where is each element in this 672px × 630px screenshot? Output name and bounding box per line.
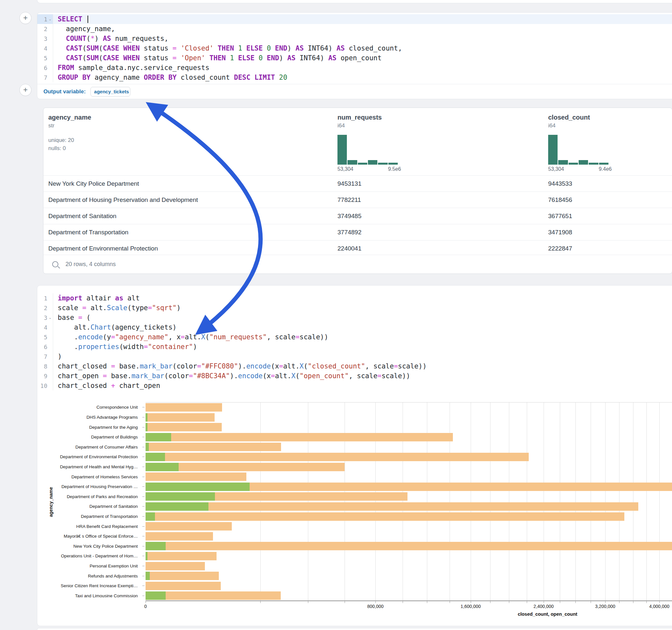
output-variable-pill[interactable]: agency_tickets: [91, 87, 130, 97]
bar-closed-count[interactable]: [146, 403, 222, 412]
bar-closed-count[interactable]: [146, 453, 529, 461]
bar-closed-count[interactable]: [146, 532, 213, 540]
bar-closed-count[interactable]: [146, 433, 453, 441]
table-row[interactable]: Department of Housing Preservation and D…: [44, 192, 672, 208]
bar-closed-count[interactable]: [146, 582, 221, 590]
token-txt: (: [82, 54, 87, 62]
bar-closed-count[interactable]: [146, 591, 281, 600]
bar-open-count[interactable]: [146, 512, 155, 521]
chart-x-tick: [591, 601, 591, 603]
code-line[interactable]: 6 .properties(width="container"): [37, 342, 672, 352]
token-txt: (: [99, 54, 103, 62]
bar-closed-count[interactable]: [146, 562, 205, 571]
code-line[interactable]: 1⌄SELECT: [37, 14, 672, 24]
code-line[interactable]: 2 agency_name,: [37, 24, 672, 34]
bar-closed-count[interactable]: [146, 572, 219, 580]
chart-y-label: Department of Environmental Protection: [60, 454, 138, 459]
collapse-chevron-icon[interactable]: ⌄: [47, 17, 53, 21]
bar-open-count[interactable]: [146, 483, 249, 491]
code-line[interactable]: 3⌄base = (: [37, 313, 672, 322]
bar-closed-count[interactable]: [146, 502, 638, 511]
token-kw: import: [58, 294, 82, 302]
token-kw: SUM: [87, 54, 99, 62]
code-text: GROUP BY agency_name ORDER BY closed_cou…: [53, 73, 672, 82]
table-row[interactable]: Department of Sanitation37494853677651: [44, 208, 672, 224]
collapse-chevron-icon[interactable]: ⌄: [47, 315, 53, 320]
chart-y-tick: [142, 457, 145, 457]
search-icon[interactable]: [52, 261, 58, 267]
chart-y-tick: [142, 566, 145, 566]
code-line[interactable]: 3 COUNT(*) AS num_requests,: [37, 34, 672, 43]
code-line[interactable]: 6FROM sample_data.nyc.service_requests: [37, 63, 672, 73]
bar-open-count[interactable]: [146, 502, 209, 511]
column-histogram: [548, 135, 608, 165]
code-line[interactable]: 4 CAST(SUM(CASE WHEN status = 'Closed' T…: [37, 43, 672, 53]
bar-open-count[interactable]: [146, 413, 147, 421]
table-body: New York City Police Department945313194…: [44, 175, 672, 256]
table-row[interactable]: Department of Transportation377489234719…: [44, 224, 672, 240]
token-txt: , x: [168, 333, 181, 341]
bar-closed-count[interactable]: [146, 413, 215, 421]
histogram-bin: [599, 163, 608, 165]
token-txt: chart_closed: [58, 382, 111, 390]
token-op: =: [144, 343, 148, 350]
code-line[interactable]: 7): [37, 352, 672, 361]
token-txt: open_count: [336, 54, 382, 62]
bar-open-count[interactable]: [146, 453, 165, 461]
table-row[interactable]: Department of Environmental Protection22…: [44, 240, 672, 256]
code-line[interactable]: 9chart_open = base.mark_bar(color="#8BC3…: [37, 371, 672, 381]
bar-closed-count[interactable]: [146, 423, 222, 431]
token-kw: DESC: [234, 74, 250, 81]
code-line[interactable]: 8chart_closed = base.mark_bar(color="#FF…: [37, 361, 672, 371]
token-num: 0: [267, 44, 271, 52]
code-line[interactable]: 5 CAST(SUM(CASE WHEN status = 'Open' THE…: [37, 53, 672, 63]
chart-bar-row: [146, 591, 672, 601]
token-txt: [263, 44, 267, 52]
line-gutter: 10: [37, 381, 53, 390]
code-line[interactable]: 10chart_closed + chart_open: [37, 381, 672, 390]
code-text: CAST(SUM(CASE WHEN status = 'Closed' THE…: [53, 43, 672, 53]
code-line[interactable]: 5 .encode(y="agency_name", x=alt.X("num_…: [37, 332, 672, 342]
table-row[interactable]: New York City Police Department945313194…: [44, 175, 672, 192]
bar-closed-count[interactable]: [146, 443, 281, 451]
code-text: .encode(y="agency_name", x=alt.X("num_re…: [53, 332, 672, 342]
line-number: 5: [44, 55, 47, 62]
python-code-editor[interactable]: 1import altair as alt2scale = alt.Scale(…: [37, 293, 672, 390]
code-text: chart_closed = base.mark_bar(color="#FFC…: [53, 361, 672, 371]
code-line[interactable]: 7GROUP BY agency_name ORDER BY closed_co…: [37, 73, 672, 82]
bar-open-count[interactable]: [146, 463, 178, 471]
column-header-closed_count[interactable]: closed_counti64: [548, 114, 590, 129]
line-gutter: 6: [37, 342, 53, 352]
bar-open-count[interactable]: [146, 423, 147, 431]
bar-closed-count[interactable]: [146, 472, 246, 481]
chart-y-tick: [142, 576, 145, 576]
token-str: "sqrt": [152, 304, 177, 312]
table-footer: 20 rows, 4 columns: [44, 255, 672, 273]
bar-closed-count[interactable]: [146, 522, 232, 531]
sql-code-editor[interactable]: 1⌄SELECT 2 agency_name,3 COUNT(*) AS num…: [37, 14, 672, 82]
bar-open-count[interactable]: [146, 591, 166, 600]
chart-x-tick: [560, 601, 560, 603]
code-line[interactable]: 4 alt.Chart(agency_tickets): [37, 322, 672, 332]
code-line[interactable]: 1import altair as alt: [37, 293, 672, 303]
code-line[interactable]: 2scale = alt.Scale(type="sqrt"): [37, 303, 672, 313]
add-cell-button-top[interactable]: +: [20, 12, 31, 24]
chart-bar-row: [146, 482, 672, 492]
bar-closed-count[interactable]: [146, 512, 624, 521]
add-cell-button-output[interactable]: +: [20, 84, 31, 96]
bar-open-count[interactable]: [146, 492, 215, 501]
bar-closed-count[interactable]: [146, 552, 217, 560]
column-name: closed_count: [548, 114, 590, 121]
bar-open-count[interactable]: [146, 542, 166, 550]
chart-bar-row: [146, 532, 672, 541]
token-txt: [226, 54, 230, 62]
column-header-agency_name[interactable]: agency_namestrunique: 20nulls: 0: [48, 114, 91, 152]
bar-open-count[interactable]: [146, 552, 147, 560]
bar-open-count[interactable]: [146, 433, 171, 441]
bar-open-count[interactable]: [146, 572, 150, 580]
bar-closed-count[interactable]: [146, 542, 672, 550]
bar-open-count[interactable]: [146, 443, 149, 451]
chart-y-axis-title: agency_name: [48, 483, 53, 522]
chart-x-axis-line: [146, 601, 672, 601]
column-header-num_requests[interactable]: num_requestsi64: [337, 114, 382, 129]
